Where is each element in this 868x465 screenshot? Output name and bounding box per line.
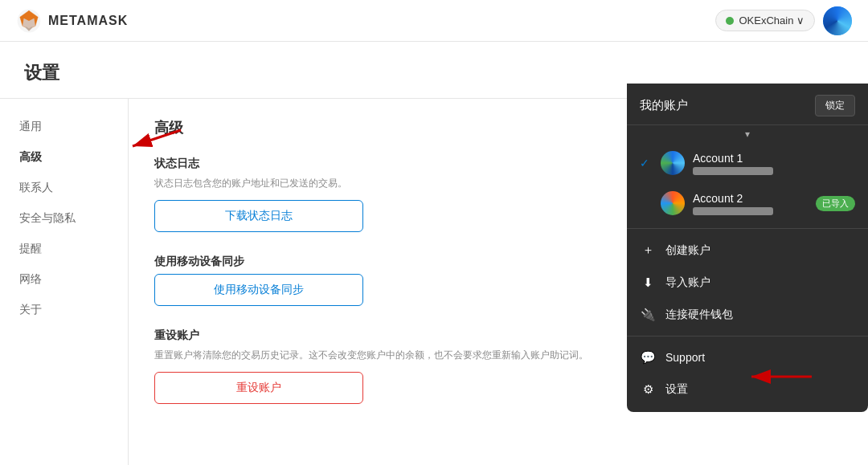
- create-account-label: 创建账户: [665, 243, 710, 258]
- import-account-label: 导入账户: [665, 275, 710, 290]
- account-1-avatar: [661, 151, 685, 175]
- svg-line-8: [133, 130, 181, 146]
- network-name-label: OKExChain ∨: [739, 14, 805, 27]
- main-content: 设置 通用 高级 联系人 安全与隐私 提醒: [0, 42, 868, 465]
- reset-account-button[interactable]: 重设账户: [154, 372, 363, 404]
- account-avatar-button[interactable]: [823, 6, 852, 35]
- sidebar-item-contacts[interactable]: 联系人: [0, 173, 128, 203]
- account-imported-badge: 已导入: [816, 196, 855, 211]
- panel-title-label: 我的账户: [640, 98, 688, 113]
- account-1-name: Account 1: [693, 152, 855, 165]
- account-1-info: Account 1: [693, 152, 855, 175]
- settings-sidebar: 通用 高级 联系人 安全与隐私 提醒 网络 关于: [0, 99, 129, 465]
- account-2-avatar: [661, 191, 685, 215]
- sidebar-item-about[interactable]: 关于: [0, 295, 128, 325]
- support-icon: 💬: [640, 350, 656, 365]
- sidebar-item-security[interactable]: 安全与隐私: [0, 203, 128, 234]
- lock-button[interactable]: 锁定: [815, 95, 855, 116]
- connect-hardware-icon: 🔌: [640, 308, 656, 322]
- account-1-address: [693, 167, 773, 175]
- app-name-label: METAMASK: [48, 14, 128, 28]
- import-account-icon: ⬇: [640, 275, 656, 290]
- sidebar-item-advanced[interactable]: 高级: [0, 142, 128, 173]
- connect-hardware-label: 连接硬件钱包: [665, 308, 733, 322]
- sidebar-item-alerts[interactable]: 提醒: [0, 234, 128, 264]
- download-state-log-button[interactable]: 下载状态日志: [154, 200, 363, 232]
- divider-2: [627, 336, 868, 337]
- red-arrow-advanced-icon: [125, 122, 189, 154]
- account-item-2[interactable]: Account 2 已导入: [627, 183, 868, 223]
- panel-header: 我的账户 锁定: [627, 84, 868, 125]
- import-account-item[interactable]: ⬇ 导入账户: [627, 267, 868, 299]
- account-dropdown-panel: 我的账户 锁定 ▾ ✓ Account 1 Account 2 已导入: [627, 84, 868, 412]
- arrow-advanced: [125, 122, 189, 157]
- sidebar-item-general[interactable]: 通用: [0, 112, 128, 142]
- sidebar-item-networks[interactable]: 网络: [0, 264, 128, 295]
- connect-hardware-item[interactable]: 🔌 连接硬件钱包: [627, 299, 868, 331]
- app-header: METAMASK OKExChain ∨: [0, 0, 868, 42]
- header-right: OKExChain ∨: [715, 6, 852, 35]
- network-status-dot: [726, 17, 734, 25]
- create-account-item[interactable]: ＋ 创建账户: [627, 234, 868, 267]
- account-active-check-icon: ✓: [640, 157, 653, 169]
- page-title: 设置: [24, 61, 844, 85]
- account-2-info: Account 2: [693, 192, 808, 215]
- settings-menu-item[interactable]: ⚙ 设置: [627, 373, 868, 406]
- settings-menu-label: 设置: [665, 382, 688, 397]
- account-item-1[interactable]: ✓ Account 1: [627, 143, 868, 183]
- logo-area: METAMASK: [16, 8, 128, 34]
- reset-account-desc: 重置账户将清除您的交易历史记录。这不会改变您账户中的余额，也不会要求您重新输入账…: [154, 348, 604, 362]
- support-menu-item[interactable]: 💬 Support: [627, 341, 868, 373]
- account-2-address: [693, 207, 773, 215]
- network-selector[interactable]: OKExChain ∨: [715, 10, 815, 31]
- divider-1: [627, 228, 868, 229]
- metamask-fox-icon: [16, 8, 42, 34]
- avatar-icon: [823, 6, 852, 35]
- mobile-sync-button[interactable]: 使用移动设备同步: [154, 274, 363, 306]
- account-2-name: Account 2: [693, 192, 808, 205]
- support-label: Support: [665, 351, 705, 364]
- create-account-icon: ＋: [640, 243, 656, 258]
- settings-gear-icon: ⚙: [640, 382, 656, 397]
- panel-chevron-icon: ▾: [627, 125, 868, 143]
